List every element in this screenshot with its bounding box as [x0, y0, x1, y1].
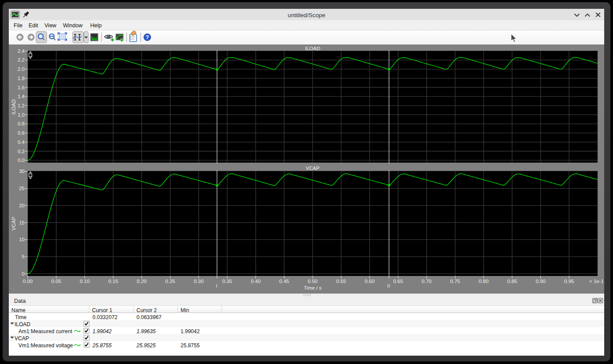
- svg-text:?: ?: [146, 34, 149, 40]
- svg-text:1.0: 1.0: [18, 112, 25, 118]
- svg-text:30: 30: [19, 169, 25, 174]
- svg-text:0.25: 0.25: [165, 279, 175, 284]
- svg-text:5: 5: [22, 254, 25, 259]
- svg-text:0.05: 0.05: [52, 279, 61, 284]
- svg-text:15: 15: [19, 220, 25, 225]
- svg-text:0.40: 0.40: [251, 279, 260, 284]
- svg-text:0.6: 0.6: [18, 130, 25, 136]
- svg-text:0.35: 0.35: [222, 279, 232, 284]
- svg-text:0.30: 0.30: [194, 279, 203, 284]
- svg-text:0.10: 0.10: [80, 279, 89, 284]
- svg-text:0.75: 0.75: [450, 279, 460, 284]
- svg-text:1.4: 1.4: [18, 94, 25, 99]
- svg-text:0.2: 0.2: [18, 149, 25, 154]
- svg-text:0.8: 0.8: [18, 121, 25, 126]
- svg-text:1.8: 1.8: [18, 76, 25, 81]
- svg-text:I: I: [216, 283, 218, 288]
- svg-text:0.90: 0.90: [535, 279, 545, 284]
- svg-text:0.65: 0.65: [393, 279, 403, 284]
- svg-text:0.60: 0.60: [365, 279, 374, 284]
- svg-text:0.20: 0.20: [137, 279, 147, 284]
- svg-text:0.4: 0.4: [18, 140, 25, 145]
- svg-text:2.0: 2.0: [18, 66, 25, 72]
- svg-text:0.50: 0.50: [308, 279, 318, 284]
- svg-text:0.80: 0.80: [479, 279, 488, 284]
- svg-text:II: II: [387, 283, 390, 288]
- svg-text:20: 20: [19, 203, 25, 208]
- svg-text:0.0: 0.0: [18, 158, 25, 163]
- svg-text:0.85: 0.85: [507, 279, 517, 284]
- svg-text:1.6: 1.6: [18, 85, 25, 90]
- svg-text:VCAP: VCAP: [11, 217, 16, 231]
- svg-text:0.15: 0.15: [108, 279, 118, 284]
- svg-text:0.55: 0.55: [336, 279, 346, 284]
- svg-text:VCAP: VCAP: [306, 165, 320, 171]
- svg-text:0.00: 0.00: [23, 279, 33, 284]
- svg-text:0.70: 0.70: [422, 279, 432, 284]
- svg-text:0: 0: [22, 271, 25, 276]
- svg-text:× 1e-1: × 1e-1: [589, 279, 604, 284]
- svg-text:0.95: 0.95: [564, 279, 574, 284]
- svg-text:10: 10: [19, 237, 25, 242]
- svg-text:2.4: 2.4: [18, 48, 25, 54]
- svg-text:25: 25: [19, 186, 25, 191]
- svg-text:ILOAD: ILOAD: [305, 46, 321, 51]
- svg-text:ILOAD: ILOAD: [11, 99, 16, 115]
- svg-text:2.2: 2.2: [18, 57, 25, 63]
- svg-text:Time / s: Time / s: [304, 285, 322, 290]
- svg-text:1.2: 1.2: [18, 103, 25, 108]
- svg-text:0.45: 0.45: [279, 279, 289, 284]
